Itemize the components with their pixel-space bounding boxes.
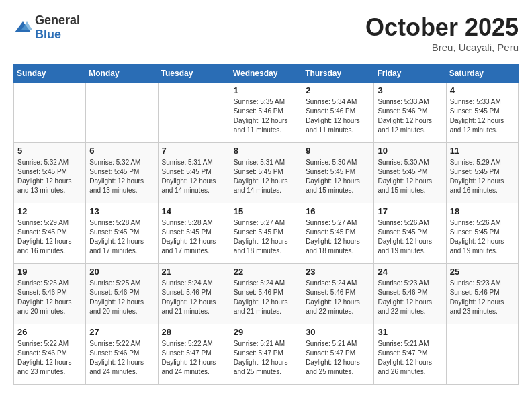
day-number: 23 [306,267,370,277]
day-number: 1 [234,85,298,95]
calendar-cell: 17Sunrise: 5:26 AM Sunset: 5:45 PM Dayli… [374,203,446,264]
calendar-cell [158,83,230,143]
day-number: 4 [450,85,515,95]
day-number: 14 [162,206,226,216]
day-info: Sunrise: 5:22 AM Sunset: 5:47 PM Dayligh… [162,339,226,377]
calendar-week-4: 19Sunrise: 5:25 AM Sunset: 5:46 PM Dayli… [14,264,519,324]
day-number: 8 [234,146,298,156]
day-number: 7 [162,146,226,156]
day-number: 17 [378,206,442,216]
calendar-cell: 8Sunrise: 5:31 AM Sunset: 5:45 PM Daylig… [230,143,302,203]
calendar-cell: 28Sunrise: 5:22 AM Sunset: 5:47 PM Dayli… [158,324,230,385]
calendar-title: October 2025 [365,13,519,42]
day-info: Sunrise: 5:31 AM Sunset: 5:45 PM Dayligh… [234,158,298,195]
day-number: 15 [234,206,298,216]
calendar-cell: 21Sunrise: 5:24 AM Sunset: 5:46 PM Dayli… [158,264,230,324]
calendar-week-3: 12Sunrise: 5:29 AM Sunset: 5:45 PM Dayli… [14,203,519,264]
calendar-cell: 5Sunrise: 5:32 AM Sunset: 5:45 PM Daylig… [14,143,86,203]
day-info: Sunrise: 5:34 AM Sunset: 5:46 PM Dayligh… [306,97,370,135]
day-info: Sunrise: 5:29 AM Sunset: 5:45 PM Dayligh… [17,218,82,256]
day-info: Sunrise: 5:28 AM Sunset: 5:45 PM Dayligh… [89,218,154,256]
calendar-cell: 26Sunrise: 5:22 AM Sunset: 5:46 PM Dayli… [14,324,86,385]
calendar-cell: 3Sunrise: 5:33 AM Sunset: 5:46 PM Daylig… [374,83,446,143]
calendar-cell: 24Sunrise: 5:23 AM Sunset: 5:46 PM Dayli… [374,264,446,324]
logo-text-general: General [35,13,80,27]
day-header-saturday: Saturday [446,64,518,83]
day-info: Sunrise: 5:25 AM Sunset: 5:46 PM Dayligh… [89,279,154,316]
calendar-cell: 12Sunrise: 5:29 AM Sunset: 5:45 PM Dayli… [14,203,86,264]
calendar-cell: 15Sunrise: 5:27 AM Sunset: 5:45 PM Dayli… [230,203,302,264]
calendar-cell: 11Sunrise: 5:29 AM Sunset: 5:45 PM Dayli… [446,143,518,203]
calendar-cell [14,83,86,143]
day-number: 3 [378,85,442,95]
calendar-subtitle: Breu, Ucayali, Peru [365,42,519,53]
calendar-cell: 7Sunrise: 5:31 AM Sunset: 5:45 PM Daylig… [158,143,230,203]
day-info: Sunrise: 5:24 AM Sunset: 5:46 PM Dayligh… [162,279,226,316]
day-number: 10 [378,146,442,156]
day-info: Sunrise: 5:32 AM Sunset: 5:45 PM Dayligh… [17,158,82,195]
day-info: Sunrise: 5:23 AM Sunset: 5:46 PM Dayligh… [378,279,442,316]
day-number: 13 [89,206,154,216]
day-info: Sunrise: 5:28 AM Sunset: 5:45 PM Dayligh… [162,218,226,256]
day-number: 26 [17,327,82,337]
day-info: Sunrise: 5:27 AM Sunset: 5:45 PM Dayligh… [234,218,298,256]
calendar-cell: 25Sunrise: 5:23 AM Sunset: 5:46 PM Dayli… [446,264,518,324]
calendar-cell: 6Sunrise: 5:32 AM Sunset: 5:45 PM Daylig… [86,143,158,203]
calendar-cell: 13Sunrise: 5:28 AM Sunset: 5:45 PM Dayli… [86,203,158,264]
calendar-cell [86,83,158,143]
day-number: 18 [450,206,515,216]
calendar-cell: 18Sunrise: 5:26 AM Sunset: 5:45 PM Dayli… [446,203,518,264]
calendar-cell: 23Sunrise: 5:24 AM Sunset: 5:46 PM Dayli… [302,264,374,324]
calendar-cell: 10Sunrise: 5:30 AM Sunset: 5:45 PM Dayli… [374,143,446,203]
day-number: 6 [89,146,154,156]
calendar-cell: 31Sunrise: 5:21 AM Sunset: 5:47 PM Dayli… [374,324,446,385]
calendar-cell: 14Sunrise: 5:28 AM Sunset: 5:45 PM Dayli… [158,203,230,264]
day-info: Sunrise: 5:21 AM Sunset: 5:47 PM Dayligh… [306,339,370,377]
calendar-cell: 9Sunrise: 5:30 AM Sunset: 5:45 PM Daylig… [302,143,374,203]
day-info: Sunrise: 5:26 AM Sunset: 5:45 PM Dayligh… [450,218,515,256]
day-info: Sunrise: 5:23 AM Sunset: 5:46 PM Dayligh… [450,279,515,316]
calendar-header-row: SundayMondayTuesdayWednesdayThursdayFrid… [14,64,519,83]
logo-icon [13,20,32,35]
day-info: Sunrise: 5:30 AM Sunset: 5:45 PM Dayligh… [306,158,370,195]
day-header-sunday: Sunday [14,64,86,83]
day-info: Sunrise: 5:33 AM Sunset: 5:45 PM Dayligh… [450,97,515,135]
title-area: October 2025 Breu, Ucayali, Peru [365,13,519,53]
day-info: Sunrise: 5:22 AM Sunset: 5:46 PM Dayligh… [17,339,82,377]
calendar-body: 1Sunrise: 5:35 AM Sunset: 5:46 PM Daylig… [14,83,519,385]
day-number: 5 [17,146,82,156]
day-number: 28 [162,327,226,337]
calendar-table: SundayMondayTuesdayWednesdayThursdayFrid… [13,64,519,385]
calendar-cell: 30Sunrise: 5:21 AM Sunset: 5:47 PM Dayli… [302,324,374,385]
calendar-cell: 29Sunrise: 5:21 AM Sunset: 5:47 PM Dayli… [230,324,302,385]
calendar-cell: 2Sunrise: 5:34 AM Sunset: 5:46 PM Daylig… [302,83,374,143]
day-header-thursday: Thursday [302,64,374,83]
calendar-cell: 20Sunrise: 5:25 AM Sunset: 5:46 PM Dayli… [86,264,158,324]
day-info: Sunrise: 5:22 AM Sunset: 5:46 PM Dayligh… [89,339,154,377]
calendar-cell: 16Sunrise: 5:27 AM Sunset: 5:45 PM Dayli… [302,203,374,264]
day-number: 21 [162,267,226,277]
day-header-monday: Monday [86,64,158,83]
calendar-week-5: 26Sunrise: 5:22 AM Sunset: 5:46 PM Dayli… [14,324,519,385]
day-info: Sunrise: 5:29 AM Sunset: 5:45 PM Dayligh… [450,158,515,195]
day-info: Sunrise: 5:35 AM Sunset: 5:46 PM Dayligh… [234,97,298,135]
day-info: Sunrise: 5:21 AM Sunset: 5:47 PM Dayligh… [234,339,298,377]
day-info: Sunrise: 5:26 AM Sunset: 5:45 PM Dayligh… [378,218,442,256]
calendar-cell: 1Sunrise: 5:35 AM Sunset: 5:46 PM Daylig… [230,83,302,143]
day-number: 11 [450,146,515,156]
day-number: 29 [234,327,298,337]
calendar-cell: 19Sunrise: 5:25 AM Sunset: 5:46 PM Dayli… [14,264,86,324]
day-info: Sunrise: 5:24 AM Sunset: 5:46 PM Dayligh… [306,279,370,316]
day-number: 20 [89,267,154,277]
calendar-cell: 4Sunrise: 5:33 AM Sunset: 5:45 PM Daylig… [446,83,518,143]
day-info: Sunrise: 5:27 AM Sunset: 5:45 PM Dayligh… [306,218,370,256]
day-info: Sunrise: 5:21 AM Sunset: 5:47 PM Dayligh… [378,339,442,377]
calendar-cell: 22Sunrise: 5:24 AM Sunset: 5:46 PM Dayli… [230,264,302,324]
calendar-cell [446,324,518,385]
day-number: 24 [378,267,442,277]
day-info: Sunrise: 5:33 AM Sunset: 5:46 PM Dayligh… [378,97,442,135]
day-number: 31 [378,327,442,337]
day-number: 9 [306,146,370,156]
day-info: Sunrise: 5:32 AM Sunset: 5:45 PM Dayligh… [89,158,154,195]
day-number: 19 [17,267,82,277]
